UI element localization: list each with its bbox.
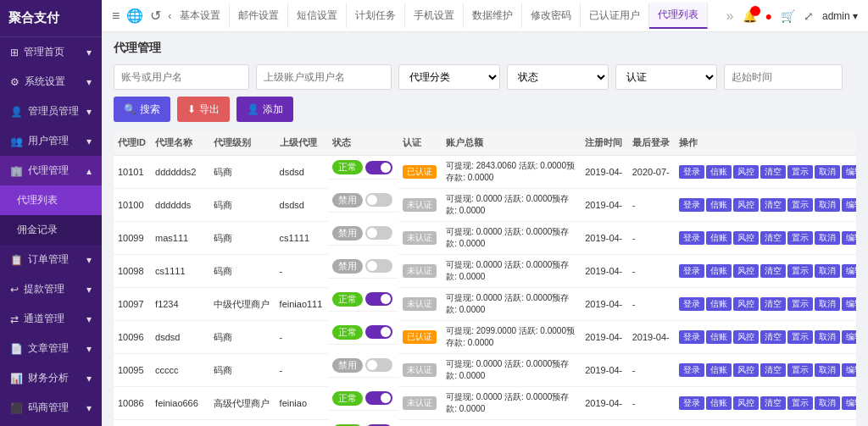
export-button[interactable]: ⬇ 导出 [177,97,230,122]
edit-btn[interactable]: 编辑 [842,165,856,179]
toggle-off[interactable] [365,226,392,240]
block-btn[interactable]: 风控 [733,231,759,245]
show-btn[interactable]: 置示 [787,165,813,179]
rebate-btn[interactable]: 取消 [815,231,840,245]
toggle-off[interactable] [365,193,392,207]
reset-btn[interactable]: 信账 [706,231,732,245]
block-btn[interactable]: 风控 [733,297,759,311]
login-btn[interactable]: 登录 [679,396,704,410]
block-btn[interactable]: 风控 [733,330,759,344]
tab-schedule[interactable]: 计划任务 [347,3,405,28]
edit-btn[interactable]: 编辑 [842,297,856,311]
sidebar-item-refund[interactable]: ↩ 提款管理 ▾ [0,274,102,304]
tab-sms-settings[interactable]: 短信设置 [288,3,347,28]
sidebar-item-article[interactable]: 📄 文章管理 ▾ [0,334,102,363]
globe-icon[interactable]: 🌐 [126,8,143,24]
edit-btn[interactable]: 编辑 [842,396,856,410]
search-button[interactable]: 🔍 搜索 [114,97,170,122]
rebate-btn[interactable]: 取消 [815,363,840,377]
sidebar-item-channel[interactable]: ⇄ 通道管理 ▾ [0,304,102,334]
clear-btn[interactable]: 清空 [760,165,786,179]
login-btn[interactable]: 登录 [679,363,704,377]
login-btn[interactable]: 登录 [679,264,704,278]
tab-verified-users[interactable]: 已认证用户 [581,3,649,28]
block-btn[interactable]: 风控 [733,198,759,212]
reset-btn[interactable]: 信账 [706,330,732,344]
cart-icon[interactable]: 🛒 [781,9,795,23]
sidebar-item-user[interactable]: 👥 用户管理 ▾ [0,126,102,156]
clear-btn[interactable]: 清空 [760,363,786,377]
rebate-btn[interactable]: 取消 [815,396,840,410]
rebate-btn[interactable]: 取消 [815,330,840,344]
show-btn[interactable]: 置示 [787,264,813,278]
toggle-on[interactable] [365,292,392,306]
sidebar-item-manager[interactable]: 👤 管理员管理 ▾ [0,97,102,126]
tab-basic-settings[interactable]: 基本设置 [171,3,230,28]
rebate-btn[interactable]: 取消 [815,264,840,278]
sidebar-item-system[interactable]: ⚙ 系统设置 ▾ [0,67,102,97]
notification-icon[interactable]: 🔔 [743,9,757,23]
dot-icon[interactable]: ● [765,9,772,23]
search-category-select[interactable]: 代理分类 [398,64,500,90]
fullscreen-icon[interactable]: ⤢ [804,9,814,23]
tab-data-maintenance[interactable]: 数据维护 [464,3,522,28]
admin-menu[interactable]: admin ▾ [822,10,858,22]
show-btn[interactable]: 置示 [787,297,813,311]
login-btn[interactable]: 登录 [679,297,704,311]
tab-agent-list[interactable]: 代理列表 [649,3,708,29]
sidebar-item-agent[interactable]: 🏢 代理管理 ▴ [0,156,102,185]
sidebar-item-code[interactable]: ⬛ 码商管理 ▾ [0,393,102,423]
search-status-select[interactable]: 状态 [507,64,609,90]
reset-btn[interactable]: 信账 [706,363,732,377]
edit-btn[interactable]: 编辑 [842,330,856,344]
show-btn[interactable]: 置示 [787,198,813,212]
rebate-btn[interactable]: 取消 [815,297,840,311]
toggle-on[interactable] [365,325,392,339]
tab-mobile-settings[interactable]: 手机设置 [405,3,464,28]
search-time-input[interactable] [724,64,843,90]
sidebar-item-order[interactable]: 📋 订单管理 ▾ [0,245,102,274]
clear-btn[interactable]: 清空 [760,264,786,278]
toggle-off[interactable] [365,358,392,372]
clear-btn[interactable]: 清空 [760,231,786,245]
toggle-on[interactable] [365,161,392,174]
sidebar-item-finance[interactable]: 📊 财务分析 ▾ [0,363,102,393]
add-button[interactable]: 👤 添加 [236,97,293,122]
sidebar-item-home[interactable]: ⊞ 管理首页 ▾ [0,37,102,67]
edit-btn[interactable]: 编辑 [842,231,856,245]
block-btn[interactable]: 风控 [733,363,759,377]
login-btn[interactable]: 登录 [679,330,704,344]
show-btn[interactable]: 置示 [787,363,813,377]
reset-btn[interactable]: 信账 [706,165,732,179]
reset-btn[interactable]: 信账 [706,396,732,410]
sidebar-item-other[interactable]: ⊕ 其他功能 ▾ [0,423,102,426]
reset-btn[interactable]: 信账 [706,264,732,278]
show-btn[interactable]: 置示 [787,396,813,410]
tab-email-settings[interactable]: 邮件设置 [230,3,288,28]
edit-btn[interactable]: 编辑 [842,264,856,278]
login-btn[interactable]: 登录 [679,165,704,179]
edit-btn[interactable]: 编辑 [842,363,856,377]
clear-btn[interactable]: 清空 [760,297,786,311]
rebate-btn[interactable]: 取消 [815,165,840,179]
clear-btn[interactable]: 清空 [760,330,786,344]
login-btn[interactable]: 登录 [679,198,704,212]
toggle-off[interactable] [365,259,392,273]
menu-icon[interactable]: ≡ [112,8,120,24]
clear-btn[interactable]: 清空 [760,396,786,410]
tab-change-password[interactable]: 修改密码 [522,3,581,28]
block-btn[interactable]: 风控 [733,396,759,410]
login-btn[interactable]: 登录 [679,231,704,245]
rebate-btn[interactable]: 取消 [815,198,840,212]
search-parent-input[interactable] [256,64,392,90]
reset-btn[interactable]: 信账 [706,198,732,212]
edit-btn[interactable]: 编辑 [842,198,856,212]
reset-btn[interactable]: 信账 [706,297,732,311]
sidebar-item-agent-fund[interactable]: 佣金记录 [0,215,102,245]
search-auth-select[interactable]: 认证 [615,64,717,90]
block-btn[interactable]: 风控 [733,264,759,278]
sidebar-item-agent-list[interactable]: 代理列表 [0,185,102,215]
search-account-input[interactable] [114,64,249,90]
block-btn[interactable]: 风控 [733,165,759,179]
toggle-on[interactable] [365,391,392,405]
